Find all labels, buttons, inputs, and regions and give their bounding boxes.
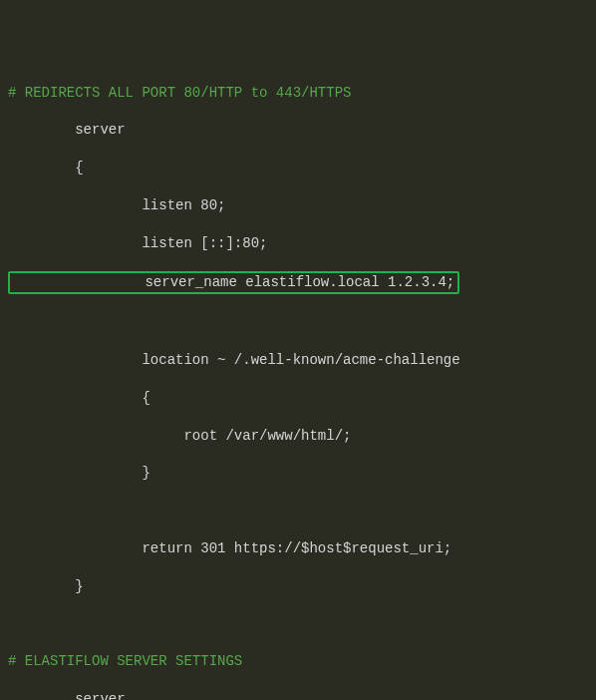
- server1-keyword: server: [8, 121, 588, 140]
- s1-location-brace-open: {: [8, 389, 588, 408]
- blank-line: [8, 313, 588, 332]
- s1-server-name-highlight: server_name elastiflow.local 1.2.3.4;: [8, 271, 459, 294]
- s1-location-brace-close: }: [8, 464, 588, 483]
- blank-line: [8, 502, 588, 521]
- s1-return-301: return 301 https://$host$request_uri;: [8, 539, 588, 558]
- blank-line: [8, 615, 588, 634]
- s1-root: root /var/www/html/;: [8, 427, 588, 446]
- server1-brace-open: {: [8, 159, 588, 177]
- s1-listen-80: listen 80;: [8, 196, 588, 215]
- server1-brace-close: }: [8, 577, 588, 596]
- server2-keyword: server: [8, 690, 588, 700]
- s1-server-name-line: server_name elastiflow.local 1.2.3.4;: [8, 271, 588, 294]
- comment-elastiflow-settings: # ELASTIFLOW SERVER SETTINGS: [8, 652, 588, 671]
- comment-redirects: # REDIRECTS ALL PORT 80/HTTP to 443/HTTP…: [8, 84, 588, 103]
- s1-location-acme: location ~ /.well-known/acme-challenge: [8, 351, 588, 370]
- s1-listen-ipv6-80: listen [::]:80;: [8, 234, 588, 253]
